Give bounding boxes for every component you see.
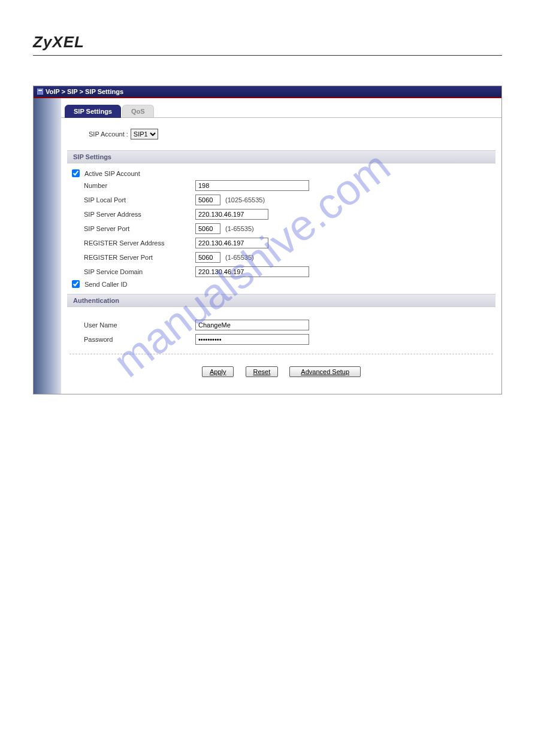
active-sip-label: Active SIP Account [84, 170, 140, 177]
local-port-hint: (1025-65535) [225, 196, 265, 204]
local-port-input[interactable] [195, 195, 220, 205]
username-input[interactable] [195, 320, 309, 330]
domain-input[interactable] [195, 266, 309, 277]
apply-button[interactable]: Apply [202, 366, 234, 377]
active-sip-checkbox[interactable] [72, 169, 80, 177]
server-addr-input[interactable] [195, 209, 268, 220]
reg-port-hint: (1-65535) [225, 254, 254, 261]
breadcrumb-bar: VoIP > SIP > SIP Settings [34, 86, 501, 98]
number-label: Number [69, 182, 195, 189]
server-port-input[interactable] [195, 223, 220, 234]
number-input[interactable] [195, 180, 309, 191]
tab-sip-settings[interactable]: SIP Settings [65, 105, 121, 118]
brand-logo: ZyXEL [33, 33, 502, 56]
password-input[interactable] [195, 334, 309, 345]
tab-bar: SIP Settings QoS [61, 104, 501, 118]
window-icon [37, 89, 43, 95]
local-port-label: SIP Local Port [69, 196, 195, 204]
breadcrumb: VoIP > SIP > SIP Settings [46, 88, 123, 95]
svg-rect-0 [37, 89, 43, 95]
reg-port-label: REGISTER Server Port [69, 254, 195, 261]
sidebar-gradient [34, 98, 61, 394]
advanced-setup-button[interactable]: Advanced Setup [289, 366, 361, 377]
svg-rect-1 [38, 90, 42, 91]
app-window: VoIP > SIP > SIP Settings SIP Settings Q… [33, 86, 502, 394]
reg-addr-input[interactable] [195, 238, 268, 248]
password-label: Password [69, 336, 195, 343]
section-sip-settings: SIP Settings [67, 150, 495, 163]
sip-account-select[interactable]: SIP1 [131, 129, 158, 139]
section-authentication: Authentication [67, 294, 495, 307]
domain-label: SIP Service Domain [69, 268, 195, 275]
reg-addr-label: REGISTER Server Address [69, 239, 195, 247]
reset-button[interactable]: Reset [246, 366, 279, 377]
tab-qos[interactable]: QoS [122, 105, 154, 118]
caller-id-checkbox[interactable] [72, 280, 80, 288]
server-port-hint: (1-65535) [225, 225, 254, 232]
caller-id-label: Send Caller ID [84, 281, 128, 288]
sip-account-label: SIP Account : [89, 130, 128, 138]
reg-port-input[interactable] [195, 252, 220, 263]
server-addr-label: SIP Server Address [69, 211, 195, 218]
server-port-label: SIP Server Port [69, 225, 195, 232]
username-label: User Name [69, 321, 195, 329]
